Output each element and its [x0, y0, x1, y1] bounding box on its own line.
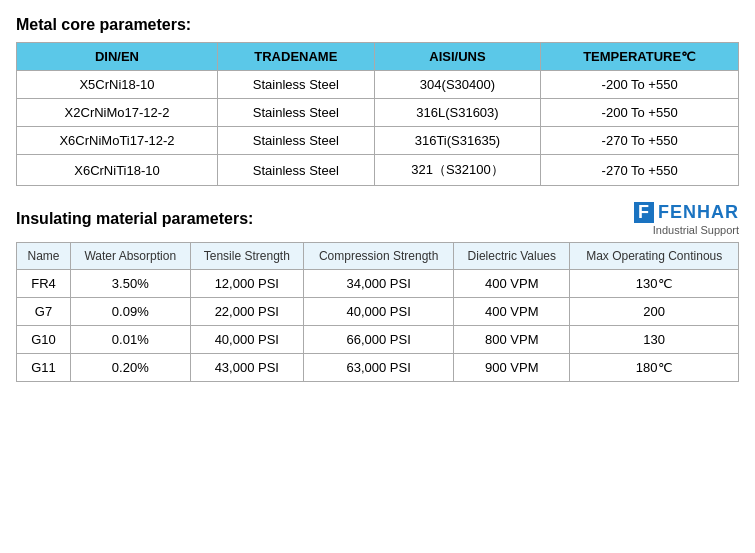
metal-table-cell: -200 To +550: [541, 99, 739, 127]
metal-table: DIN/ENTRADENAMEAISI/UNSTEMPERATURE℃ X5Cr…: [16, 42, 739, 186]
metal-table-cell: -270 To +550: [541, 155, 739, 186]
insulating-table-cell: 43,000 PSI: [190, 354, 303, 382]
insulating-table-cell: 400 VPM: [454, 270, 570, 298]
insulating-table-cell: 0.09%: [70, 298, 190, 326]
metal-table-cell: X5CrNi18-10: [17, 71, 218, 99]
insulating-table-row: FR43.50%12,000 PSI34,000 PSI400 VPM130℃: [17, 270, 739, 298]
insulating-table-cell: G7: [17, 298, 71, 326]
insulating-table-cell: 34,000 PSI: [304, 270, 454, 298]
brand-name-text: FENHAR: [658, 202, 739, 223]
insulating-col-header: Compression Strength: [304, 243, 454, 270]
metal-table-cell: Stainless Steel: [217, 99, 374, 127]
insulating-table-cell: 40,000 PSI: [190, 326, 303, 354]
metal-table-row: X2CrNiMo17-12-2Stainless Steel316L(S3160…: [17, 99, 739, 127]
insulating-col-header: Name: [17, 243, 71, 270]
insulating-table-row: G100.01%40,000 PSI66,000 PSI800 VPM130: [17, 326, 739, 354]
insulating-section-title: Insulating material parameters:: [16, 210, 253, 228]
metal-col-header: TEMPERATURE℃: [541, 43, 739, 71]
metal-table-cell: Stainless Steel: [217, 71, 374, 99]
brand-logo: F FENHAR Industrial Support: [634, 202, 739, 236]
insulating-table-cell: G10: [17, 326, 71, 354]
insulating-table-cell: 400 VPM: [454, 298, 570, 326]
brand-f-letter: F: [634, 202, 654, 223]
brand-subtitle: Industrial Support: [653, 224, 739, 236]
insulating-col-header: Water Absorption: [70, 243, 190, 270]
insulating-table: NameWater AbsorptionTensile StrengthComp…: [16, 242, 739, 382]
insulating-table-row: G70.09%22,000 PSI40,000 PSI400 VPM200: [17, 298, 739, 326]
metal-table-cell: 316Ti(S31635): [374, 127, 541, 155]
metal-col-header: TRADENAME: [217, 43, 374, 71]
insulating-table-cell: 22,000 PSI: [190, 298, 303, 326]
insulating-table-cell: 900 VPM: [454, 354, 570, 382]
insulating-table-cell: 800 VPM: [454, 326, 570, 354]
insulating-table-cell: 180℃: [570, 354, 739, 382]
metal-table-cell: Stainless Steel: [217, 127, 374, 155]
metal-table-row: X6CrNiTi18-10Stainless Steel321（S32100）-…: [17, 155, 739, 186]
metal-table-row: X6CrNiMoTi17-12-2Stainless Steel316Ti(S3…: [17, 127, 739, 155]
metal-table-cell: X2CrNiMo17-12-2: [17, 99, 218, 127]
metal-section-title: Metal core parameters:: [16, 16, 739, 34]
insulating-table-cell: 12,000 PSI: [190, 270, 303, 298]
metal-table-row: X5CrNi18-10Stainless Steel304(S30400)-20…: [17, 71, 739, 99]
metal-table-cell: 304(S30400): [374, 71, 541, 99]
insulating-col-header: Dielectric Values: [454, 243, 570, 270]
insulating-table-cell: 3.50%: [70, 270, 190, 298]
insulating-table-row: G110.20%43,000 PSI63,000 PSI900 VPM180℃: [17, 354, 739, 382]
metal-table-cell: X6CrNiMoTi17-12-2: [17, 127, 218, 155]
metal-table-cell: -270 To +550: [541, 127, 739, 155]
insulating-table-cell: G11: [17, 354, 71, 382]
metal-table-cell: 316L(S31603): [374, 99, 541, 127]
insulating-table-cell: 130: [570, 326, 739, 354]
insulating-table-cell: FR4: [17, 270, 71, 298]
insulating-table-cell: 200: [570, 298, 739, 326]
metal-table-cell: 321（S32100）: [374, 155, 541, 186]
metal-table-cell: X6CrNiTi18-10: [17, 155, 218, 186]
insulating-table-cell: 0.20%: [70, 354, 190, 382]
insulating-col-header: Max Operating Continous: [570, 243, 739, 270]
insulating-table-cell: 63,000 PSI: [304, 354, 454, 382]
insulating-table-cell: 40,000 PSI: [304, 298, 454, 326]
metal-col-header: AISI/UNS: [374, 43, 541, 71]
metal-table-cell: -200 To +550: [541, 71, 739, 99]
insulating-table-cell: 0.01%: [70, 326, 190, 354]
insulating-col-header: Tensile Strength: [190, 243, 303, 270]
metal-table-cell: Stainless Steel: [217, 155, 374, 186]
insulating-table-cell: 66,000 PSI: [304, 326, 454, 354]
metal-col-header: DIN/EN: [17, 43, 218, 71]
insulating-table-cell: 130℃: [570, 270, 739, 298]
